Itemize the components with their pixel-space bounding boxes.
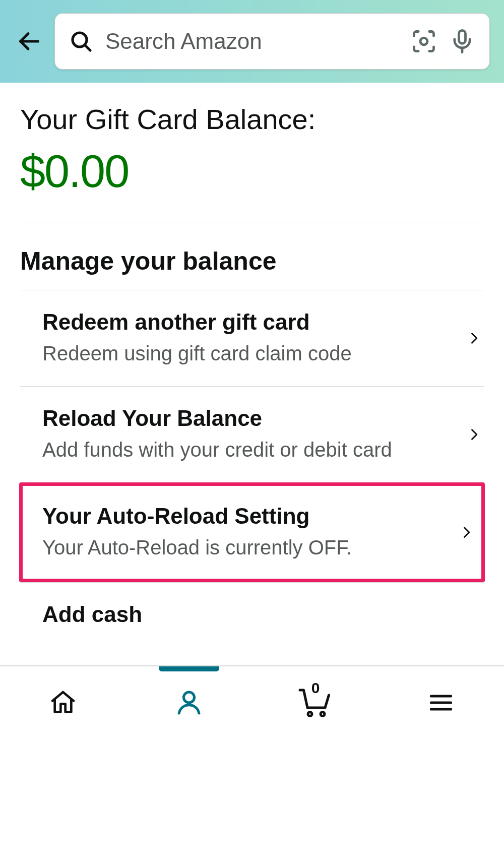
search-bar[interactable] [54,13,490,70]
camera-scan-icon[interactable] [411,28,437,54]
chevron-right-icon [464,423,484,446]
search-input[interactable] [105,29,399,54]
list-item-title: Your Auto-Reload Setting [42,504,446,529]
home-icon [49,689,77,717]
list-item-subtitle: Your Auto-Reload is currently OFF. [42,534,446,561]
svg-line-2 [85,45,90,50]
person-icon [175,689,203,717]
redeem-gift-card-item[interactable]: Redeem another gift card Redeem using gi… [20,290,484,386]
back-arrow-icon [16,28,42,54]
list-item-title: Redeem another gift card [42,309,454,335]
auto-reload-setting-item[interactable]: Your Auto-Reload Setting Your Auto-Reloa… [19,482,485,582]
list-item-subtitle: Add funds with your credit or debit card [42,436,454,463]
list-item-text: Redeem another gift card Redeem using gi… [42,309,454,367]
balance-amount: $0.00 [20,146,484,198]
svg-point-8 [321,712,325,716]
balance-title: Your Gift Card Balance: [20,103,484,136]
active-tab-indicator [159,666,219,671]
microphone-icon[interactable] [449,28,475,54]
list-item-subtitle: Redeem using gift card claim code [42,340,454,367]
nav-account[interactable] [164,683,214,723]
nav-home[interactable] [38,683,88,723]
back-button[interactable] [14,26,44,56]
bottom-navigation: 0 [0,665,504,867]
chevron-right-icon [456,521,476,543]
chevron-right-icon [464,327,484,349]
manage-section-title: Manage your balance [20,246,484,276]
add-cash-item[interactable]: Add cash [20,582,484,627]
divider [20,222,484,222]
cart-count-badge: 0 [311,679,320,697]
app-header [0,0,504,83]
list-item-title: Reload Your Balance [42,406,454,431]
list-item-text: Your Auto-Reload Setting Your Auto-Reloa… [42,504,446,561]
svg-point-3 [420,38,427,45]
svg-point-7 [308,712,312,716]
reload-balance-item[interactable]: Reload Your Balance Add funds with your … [20,386,484,482]
nav-cart[interactable]: 0 [290,683,340,723]
search-icon [69,29,93,53]
list-item-title: Add cash [42,602,484,627]
svg-point-6 [184,692,195,703]
nav-menu[interactable] [416,683,466,723]
svg-rect-4 [459,30,466,43]
hamburger-menu-icon [428,690,454,716]
list-item-text: Reload Your Balance Add funds with your … [42,406,454,463]
main-content: Your Gift Card Balance: $0.00 Manage you… [0,83,504,627]
